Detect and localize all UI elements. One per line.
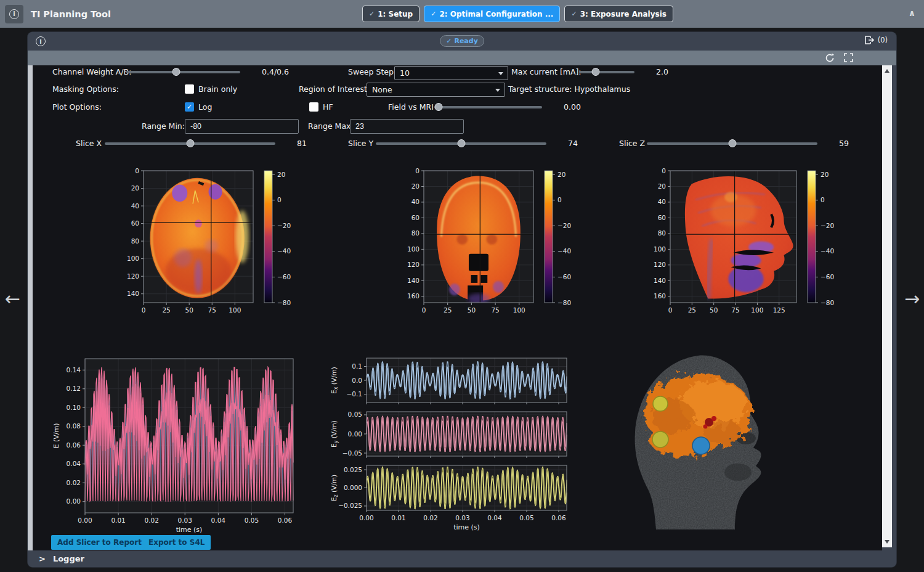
svg-text:−40: −40	[277, 247, 291, 255]
info-icon[interactable]: i	[36, 36, 46, 46]
refresh-icon[interactable]	[825, 53, 835, 63]
svg-text:Ez (V/m): Ez (V/m)	[330, 475, 339, 501]
field-vs-mri-slider[interactable]	[434, 106, 542, 108]
range-max-input[interactable]	[350, 119, 464, 134]
roi-select[interactable]: None	[367, 83, 505, 97]
svg-text:0: 0	[422, 306, 426, 314]
chevron-down-icon	[495, 89, 500, 92]
svg-text:80: 80	[411, 229, 419, 237]
svg-text:Ex (V/m): Ex (V/m)	[330, 367, 339, 394]
svg-text:25: 25	[162, 306, 170, 314]
svg-text:0: 0	[135, 167, 139, 174]
svg-text:0: 0	[668, 306, 673, 314]
tab-exposure-analysis[interactable]: ✓ 3: Exposure Analysis	[564, 6, 673, 22]
svg-text:−80: −80	[821, 299, 834, 306]
slice-y-label: Slice Y	[348, 139, 373, 149]
tab-optimal-configuration[interactable]: ✓ 2: Optimal Configuration ...	[424, 6, 560, 22]
status-badge-label: Ready	[454, 37, 477, 45]
svg-text:−40: −40	[557, 247, 571, 255]
tab-setup[interactable]: ✓ 1: Setup	[362, 6, 419, 22]
scroll-down-arrow-icon[interactable]	[885, 540, 890, 544]
slice-z-label: Slice Z	[619, 139, 645, 149]
hf-checkbox[interactable]	[309, 102, 318, 112]
svg-text:0.0: 0.0	[352, 377, 362, 384]
range-min-label: Range Min:	[142, 121, 185, 131]
svg-text:60: 60	[411, 214, 419, 221]
expand-chevron-icon[interactable]: >	[39, 554, 46, 563]
slider-thumb[interactable]	[592, 68, 600, 76]
prev-arrow-icon[interactable]: ←	[5, 290, 20, 308]
svg-text:0.02: 0.02	[423, 514, 437, 521]
e-magnitude-plot: 0.000.020.040.060.080.100.120.140.000.01…	[50, 356, 302, 535]
svg-text:25: 25	[688, 306, 696, 314]
svg-text:50: 50	[710, 306, 718, 314]
chevron-down-icon	[498, 72, 503, 75]
svg-text:0: 0	[142, 306, 146, 314]
tab-exposure-analysis-label: 3: Exposure Analysis	[580, 10, 667, 18]
svg-text:75: 75	[491, 306, 499, 314]
channel-weight-value: 0.4/0.6	[262, 67, 289, 77]
plot-toolbar	[28, 51, 896, 65]
export-to-s4l-button[interactable]: Export to S4L	[142, 535, 211, 550]
next-arrow-icon[interactable]: →	[904, 290, 920, 308]
slice-z-value: 59	[839, 139, 849, 149]
svg-text:0.06: 0.06	[551, 514, 566, 521]
scroll-up-arrow-icon[interactable]	[885, 69, 890, 73]
svg-text:25: 25	[444, 306, 452, 314]
svg-text:0.10: 0.10	[67, 404, 81, 411]
slider-thumb[interactable]	[172, 68, 180, 76]
svg-text:20: 20	[658, 182, 666, 190]
sweep-step-label: Sweep Step:	[348, 67, 396, 77]
svg-text:20: 20	[411, 182, 419, 190]
check-icon: ✓	[431, 10, 436, 18]
check-icon: ✓	[571, 10, 577, 18]
head-3d-view[interactable]	[606, 346, 840, 531]
svg-text:−20: −20	[557, 222, 571, 229]
slider-thumb[interactable]	[457, 139, 465, 147]
app-info-button[interactable]: i	[5, 5, 23, 23]
collapse-chevron-icon[interactable]: ∧	[909, 8, 915, 18]
panel-left-edge	[28, 65, 33, 550]
svg-text:0.05: 0.05	[519, 514, 533, 521]
vertical-scrollbar[interactable]	[882, 65, 892, 547]
svg-text:0.00: 0.00	[348, 430, 362, 438]
masking-options-label: Masking Options:	[52, 84, 119, 94]
svg-text:0.025: 0.025	[344, 466, 362, 473]
max-current-slider[interactable]	[579, 71, 634, 73]
slider-thumb[interactable]	[186, 139, 194, 147]
svg-text:0: 0	[277, 196, 282, 203]
svg-text:60: 60	[658, 214, 666, 221]
sweep-step-select[interactable]: 10	[394, 66, 508, 80]
field-vs-mri-value: 0.00	[564, 102, 581, 112]
brain-only-checkbox[interactable]	[185, 84, 194, 94]
channel-weight-slider[interactable]	[126, 71, 240, 73]
svg-text:75: 75	[731, 306, 739, 314]
slice-x-slider[interactable]	[105, 142, 275, 145]
svg-text:0.03: 0.03	[178, 517, 192, 524]
logger-bar[interactable]: > Logger	[28, 550, 896, 567]
logger-label: Logger	[53, 554, 84, 563]
svg-text:160: 160	[654, 292, 666, 300]
slice-y-slider[interactable]	[376, 142, 546, 145]
svg-text:120: 120	[407, 261, 419, 268]
range-min-input[interactable]	[185, 119, 299, 134]
svg-text:0: 0	[662, 167, 666, 174]
svg-text:20: 20	[131, 184, 139, 192]
fullscreen-icon[interactable]	[844, 53, 853, 62]
log-checkbox[interactable]: ✓	[185, 102, 194, 112]
svg-text:100: 100	[654, 245, 666, 253]
export-icon[interactable]	[864, 36, 875, 44]
slice-z-slider[interactable]	[647, 142, 817, 145]
tab-optimal-configuration-label: 2: Optimal Configuration ...	[439, 10, 553, 18]
svg-text:−60: −60	[821, 273, 834, 280]
app-header: i TI Planning Tool ✓ 1: Setup ✓ 2: Optim…	[0, 0, 924, 28]
coronal-slice-plot: 0255075100020406080100120140160200−20−40…	[400, 167, 585, 322]
svg-text:−60: −60	[277, 273, 291, 280]
slider-thumb[interactable]	[435, 103, 443, 111]
slider-thumb[interactable]	[728, 139, 736, 147]
hf-label: HF	[323, 102, 333, 112]
roi-value: None	[372, 85, 392, 94]
svg-text:0.01: 0.01	[391, 514, 405, 521]
max-current-label: Max current [mA]:	[511, 67, 582, 77]
brain-only-label: Brain only	[198, 84, 237, 94]
